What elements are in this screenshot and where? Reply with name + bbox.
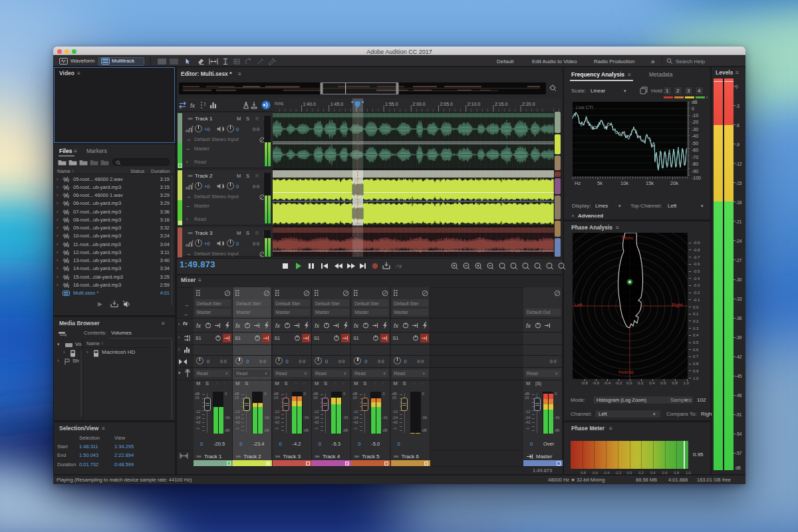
- svg-text:fx: fx: [394, 323, 399, 329]
- svg-text:fx: fx: [275, 323, 281, 329]
- svg-text:fx: fx: [190, 102, 196, 109]
- svg-text:fx: fx: [315, 323, 320, 329]
- svg-text:fx: fx: [354, 323, 359, 329]
- svg-text:fx: fx: [196, 323, 201, 329]
- svg-text:fx: fx: [235, 323, 241, 329]
- svg-text:fx: fx: [526, 323, 531, 329]
